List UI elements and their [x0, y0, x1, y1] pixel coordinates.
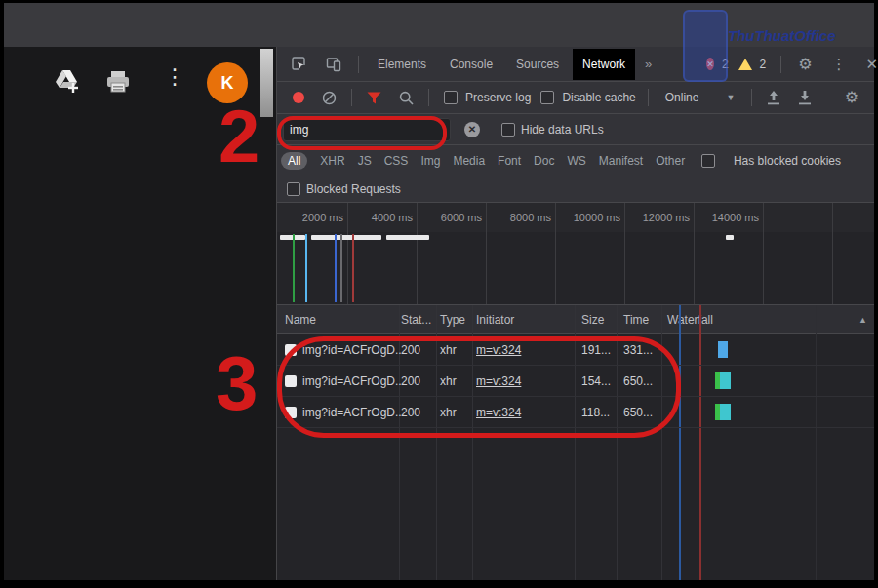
column-header-time[interactable]: Time	[623, 313, 649, 327]
overview-event-line	[340, 234, 342, 302]
blocked-requests-row: Blocked Requests	[277, 176, 874, 203]
clear-filter-icon[interactable]: ✕	[464, 122, 480, 137]
divider	[351, 89, 352, 106]
sort-arrow-icon[interactable]: ▲	[858, 315, 867, 325]
divider	[428, 89, 429, 106]
overview-activity-bar	[386, 235, 429, 240]
disable-cache-checkbox[interactable]	[540, 91, 554, 104]
inspect-element-icon[interactable]	[283, 57, 314, 72]
preserve-log-label: Preserve log	[465, 91, 531, 104]
filter-icon[interactable]	[359, 92, 389, 104]
filter-type-all[interactable]: All	[281, 152, 307, 170]
throttling-select[interactable]: Online	[665, 91, 699, 104]
hide-data-urls-label: Hide data URLs	[521, 123, 604, 137]
request-table-header: Name Stat... Type Initiator Size Time Wa…	[277, 305, 874, 334]
tick-label: 14000 ms	[697, 212, 759, 223]
network-toolbar: Preserve log Disable cache Online ▼ ⚙	[277, 82, 874, 114]
watermark-logo	[683, 10, 728, 82]
export-har-icon[interactable]	[790, 91, 819, 105]
network-overview[interactable]	[277, 232, 874, 305]
annotation-step-2: 2	[219, 99, 259, 174]
close-devtools-icon[interactable]: ✕	[858, 57, 878, 71]
add-to-drive-icon[interactable]	[54, 68, 80, 94]
tick-label: 10000 ms	[558, 212, 620, 223]
column-header-type[interactable]: Type	[440, 313, 465, 327]
filter-type-font[interactable]: Font	[498, 154, 521, 168]
column-header-status[interactable]: Stat...	[401, 313, 431, 327]
blocked-requests-label: Blocked Requests	[306, 182, 401, 196]
column-header-waterfall[interactable]: Waterfall	[667, 313, 713, 327]
hide-data-urls-checkbox[interactable]	[501, 123, 515, 137]
tab-elements[interactable]: Elements	[368, 49, 436, 80]
column-header-size[interactable]: Size	[581, 313, 604, 327]
more-tabs-icon[interactable]: »	[639, 57, 658, 71]
annotation-step-3: 3	[216, 345, 258, 421]
tab-network[interactable]: Network	[573, 49, 635, 80]
filter-type-ws[interactable]: WS	[567, 154, 585, 168]
overview-event-line	[293, 234, 295, 302]
watermark-text: ThuThuatOffice	[728, 27, 836, 44]
search-icon[interactable]	[391, 91, 421, 105]
overview-activity-bar	[726, 235, 734, 240]
overview-event-line	[352, 234, 354, 302]
print-icon[interactable]	[105, 70, 131, 94]
page-scrollbar-thumb[interactable]	[260, 49, 273, 117]
tick-label: 12000 ms	[627, 212, 690, 223]
divider	[358, 56, 359, 73]
devtools-tabbar: Elements Console Sources Network » ✕ 2 2…	[277, 47, 874, 82]
waterfall-bar[interactable]	[718, 341, 728, 358]
filter-type-xhr[interactable]: XHR	[320, 154, 344, 168]
clear-network-log-icon[interactable]	[314, 91, 344, 105]
filter-type-manifest[interactable]: Manifest	[599, 154, 643, 168]
timeline-ruler: 2000 ms 4000 ms 6000 ms 8000 ms 10000 ms…	[277, 203, 874, 232]
waterfall-bar[interactable]	[720, 404, 731, 420]
disable-cache-label: Disable cache	[562, 91, 635, 104]
tick-label: 2000 ms	[281, 212, 343, 223]
tick-label: 4000 ms	[350, 212, 413, 223]
import-har-icon[interactable]	[759, 91, 788, 105]
filter-type-other[interactable]: Other	[656, 154, 685, 168]
screenshot-root: ThuThuatOffice ⋮	[0, 0, 878, 588]
filter-type-css[interactable]: CSS	[384, 154, 409, 168]
record-network-log-icon[interactable]	[293, 92, 304, 103]
column-header-name[interactable]: Name	[285, 313, 316, 327]
filter-type-doc[interactable]: Doc	[534, 154, 554, 168]
warning-badge-icon[interactable]	[738, 59, 752, 70]
has-blocked-cookies-checkbox[interactable]	[701, 154, 715, 168]
devtools-menu-icon[interactable]: ⋮	[824, 57, 855, 71]
overview-activity-bar	[311, 235, 381, 240]
annotation-oval-filter	[277, 116, 447, 150]
tab-sources[interactable]: Sources	[506, 49, 569, 80]
device-toolbar-icon[interactable]	[318, 57, 349, 72]
filter-type-img[interactable]: Img	[420, 154, 440, 168]
filter-type-js[interactable]: JS	[358, 154, 372, 168]
has-blocked-cookies-label: Has blocked cookies	[734, 154, 841, 168]
waterfall-bar[interactable]	[720, 372, 731, 389]
column-header-initiator[interactable]: Initiator	[476, 313, 514, 327]
tick-label: 8000 ms	[489, 212, 551, 223]
divider	[648, 89, 649, 106]
network-settings-gear-icon[interactable]: ⚙	[837, 90, 866, 105]
filter-type-media[interactable]: Media	[453, 154, 485, 168]
blocked-requests-checkbox[interactable]	[287, 182, 300, 196]
tab-console[interactable]: Console	[440, 49, 502, 80]
preserve-log-checkbox[interactable]	[444, 91, 458, 104]
throttling-dropdown-arrow-icon[interactable]: ▼	[726, 93, 735, 102]
settings-gear-icon[interactable]: ⚙	[790, 57, 819, 72]
divider	[780, 56, 781, 73]
overview-event-line	[335, 234, 337, 302]
tick-label: 6000 ms	[419, 212, 482, 223]
divider	[751, 89, 752, 106]
overview-event-line	[305, 234, 307, 302]
warning-count: 2	[760, 58, 767, 71]
more-options-icon[interactable]: ⋮	[164, 66, 185, 88]
annotation-oval-rows	[277, 336, 681, 438]
